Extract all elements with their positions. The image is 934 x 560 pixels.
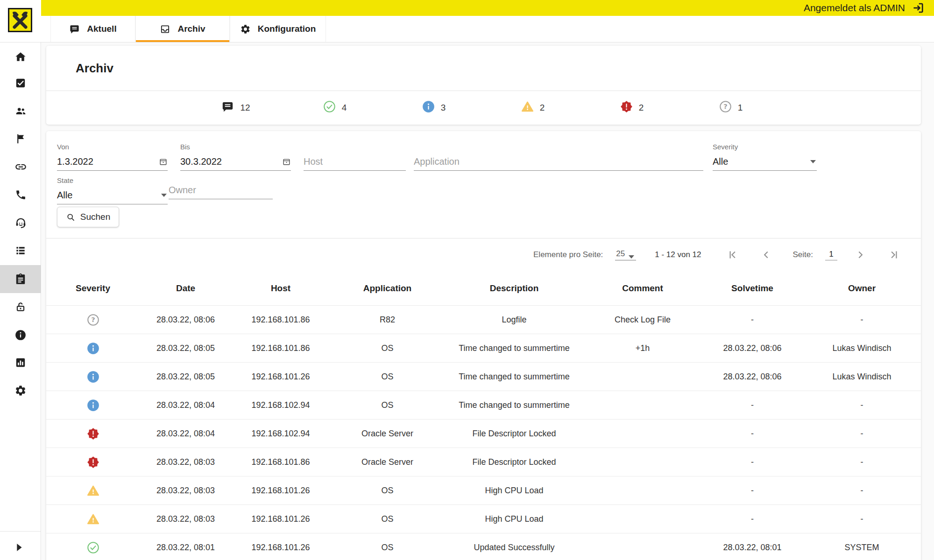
date-cell: 28.03.22, 08:03 (140, 486, 232, 496)
application-cell: OS (330, 514, 445, 524)
summary-item[interactable]: ? 1 (681, 100, 780, 115)
logout-icon[interactable] (912, 1, 925, 14)
pagination-bar: Elemente pro Seite: 25 1 - 12 von 12 Sei… (46, 238, 905, 272)
sidebar-item-tasks[interactable] (0, 70, 41, 96)
summary-item[interactable]: 2 (483, 100, 582, 115)
tab-archiv[interactable]: Archiv (135, 16, 230, 42)
table-row[interactable]: 28.03.22, 08:05 192.168.101.26 OS Time c… (46, 362, 921, 391)
last-page-icon (888, 249, 900, 261)
tab-label: Konfiguration (258, 24, 316, 34)
last-page-button[interactable] (887, 248, 901, 262)
calendar-icon[interactable] (159, 157, 168, 166)
error-burst-icon (87, 456, 99, 469)
description-cell: Time changed to summertime (445, 400, 583, 410)
sidebar-item-support[interactable] (0, 210, 41, 236)
host-input[interactable] (304, 156, 406, 167)
column-header: Severity (46, 283, 140, 294)
sidebar-item-lock[interactable] (0, 294, 41, 320)
page-number-input[interactable] (825, 250, 837, 260)
owner-input[interactable] (169, 185, 273, 196)
sidebar-item-phone[interactable] (0, 182, 41, 208)
check-circle-icon (87, 541, 99, 554)
svg-text:?: ? (91, 315, 95, 323)
list-icon (14, 245, 27, 257)
chevron-right-icon (854, 249, 866, 261)
summary-item[interactable]: 4 (285, 100, 384, 115)
people-icon (14, 105, 27, 117)
sidebar-item-users[interactable] (0, 98, 41, 124)
title-row: Archiv (46, 46, 921, 91)
sidebar-item-archive[interactable] (0, 265, 41, 293)
host-cell: 192.168.102.94 (232, 400, 330, 410)
solvetime-cell: - (702, 457, 803, 467)
table-row[interactable]: 28.03.22, 08:03 192.168.101.26 OS High C… (46, 476, 921, 504)
von-date-input[interactable] (57, 156, 156, 167)
owner-cell: - (803, 486, 921, 496)
lock-open-icon (14, 301, 27, 313)
first-page-button[interactable] (726, 248, 740, 262)
owner-cell: Lukas Windisch (803, 343, 921, 353)
link-icon (14, 161, 27, 173)
search-icon (66, 212, 76, 222)
summary-item[interactable]: 2 (582, 100, 681, 115)
table-row[interactable]: 28.03.22, 08:04 192.168.102.94 Oracle Se… (46, 419, 921, 448)
application-input[interactable] (414, 156, 703, 167)
application-cell: OS (330, 543, 445, 553)
column-header: Application (330, 283, 445, 294)
items-per-page-select[interactable]: 25 (615, 249, 636, 260)
column-header: Host (232, 283, 330, 294)
host-cell: 192.168.101.26 (232, 543, 330, 553)
host-cell: 192.168.101.26 (232, 372, 330, 382)
summary-item[interactable]: 12 (186, 100, 285, 115)
sidebar-expand-button[interactable] (17, 543, 26, 552)
date-cell: 28.03.22, 08:03 (140, 457, 232, 467)
archive-header-card: Archiv 12 4 3 2 2 (46, 46, 921, 125)
severity-cell (46, 399, 140, 412)
table-row[interactable]: ? 28.03.22, 08:06 192.168.101.86 R82 Log… (46, 305, 921, 334)
previous-page-button[interactable] (759, 248, 773, 262)
severity-cell (46, 427, 140, 440)
sidebar-item-link[interactable] (0, 154, 41, 180)
severity-select-value: Alle (713, 156, 807, 167)
logged-in-as-text: Angemeldet als ADMIN (804, 2, 905, 14)
owner-cell: Lukas Windisch (803, 372, 921, 382)
host-cell: 192.168.102.94 (232, 429, 330, 439)
table-row[interactable]: 28.03.22, 08:03 192.168.101.86 Oracle Se… (46, 448, 921, 476)
search-button[interactable]: Suchen (57, 207, 119, 227)
table-row[interactable]: 28.03.22, 08:05 192.168.101.86 OS Time c… (46, 334, 921, 362)
summary-item[interactable]: 3 (384, 100, 483, 115)
filter-label: Severity (713, 143, 817, 153)
info-circle-icon (87, 399, 99, 412)
warning-triangle-icon (87, 513, 99, 525)
flag-icon (15, 133, 27, 145)
filter-section: Von Bis (46, 131, 921, 238)
table-row[interactable]: 28.03.22, 08:03 192.168.101.26 OS High C… (46, 504, 921, 533)
date-cell: 28.03.22, 08:05 (140, 372, 232, 382)
sidebar-item-statistics[interactable] (0, 350, 41, 376)
table-row[interactable]: 28.03.22, 08:01 192.168.101.26 OS Update… (46, 533, 921, 560)
summary-count: 2 (540, 103, 545, 113)
sidebar-item-list[interactable] (0, 238, 41, 264)
state-select[interactable]: Alle (57, 187, 168, 204)
sidebar-item-info[interactable] (0, 322, 41, 348)
comment-cell: +1h (583, 343, 702, 353)
owner-cell: - (803, 429, 921, 439)
severity-select[interactable]: Alle (713, 153, 817, 171)
chevron-down-icon (810, 160, 816, 163)
table-body: ? 28.03.22, 08:06 192.168.101.86 R82 Log… (46, 305, 921, 560)
sidebar-item-flag[interactable] (0, 126, 41, 152)
application-cell: OS (330, 343, 445, 353)
tab-konfiguration[interactable]: Konfiguration (230, 16, 326, 42)
bis-date-input[interactable] (180, 156, 279, 167)
search-button-label: Suchen (80, 212, 110, 222)
host-cell: 192.168.101.26 (232, 514, 330, 524)
summary-count: 2 (639, 103, 644, 113)
tab-aktuell[interactable]: Aktuell (50, 16, 135, 42)
sidebar-item-settings[interactable] (0, 378, 41, 404)
table-row[interactable]: 28.03.22, 08:04 192.168.102.94 OS Time c… (46, 391, 921, 419)
severity-cell (46, 371, 140, 383)
next-page-button[interactable] (853, 248, 867, 262)
sidebar-item-home[interactable] (0, 44, 41, 70)
calendar-icon[interactable] (282, 157, 291, 166)
column-header: Description (445, 283, 583, 294)
